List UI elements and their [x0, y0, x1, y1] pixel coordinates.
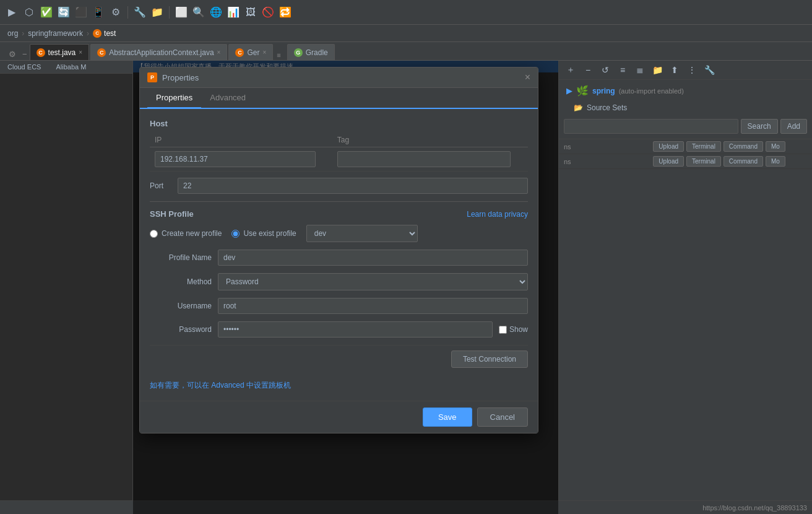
- more-btn-2[interactable]: Mo: [766, 156, 785, 167]
- tab-ger[interactable]: C Ger ×: [228, 44, 273, 60]
- add-button[interactable]: Add: [780, 119, 807, 134]
- profile-name-input[interactable]: [218, 250, 528, 266]
- source-sets-folder-icon: 📂: [574, 103, 583, 112]
- breadcrumb-item-spring[interactable]: springframework: [28, 29, 83, 38]
- left-tab-alibaba[interactable]: Alibaba M: [48, 61, 93, 73]
- show-password-label[interactable]: Show: [499, 325, 528, 334]
- refresh2-icon[interactable]: ↺: [598, 63, 612, 77]
- left-tabs: Cloud ECS Alibaba M: [0, 61, 132, 74]
- tab-gradle[interactable]: G Gradle: [287, 44, 335, 60]
- collapse-icon[interactable]: ≣: [633, 63, 647, 77]
- search-area: Search Add: [559, 114, 812, 139]
- modal-close-button[interactable]: ×: [525, 72, 530, 82]
- upload-btn-2[interactable]: Upload: [653, 156, 684, 167]
- command-btn-2[interactable]: Command: [723, 156, 763, 167]
- server-row-2: ns Upload Terminal Command Mo: [559, 154, 812, 169]
- more-icon[interactable]: ⋮: [685, 63, 699, 77]
- command-btn-1[interactable]: Command: [723, 141, 763, 152]
- create-profile-radio[interactable]: [150, 230, 158, 238]
- left-tab-cloud-ecs[interactable]: Cloud ECS: [0, 61, 48, 73]
- left-panel: Cloud ECS Alibaba M: [0, 61, 133, 514]
- search-glass-icon[interactable]: 🔍: [192, 6, 205, 19]
- stop-icon[interactable]: ⬛: [74, 6, 88, 19]
- profile-select[interactable]: dev prod staging: [306, 225, 418, 242]
- tag-input[interactable]: [337, 151, 511, 167]
- block-icon[interactable]: 🚫: [261, 6, 275, 19]
- main-toolbar: ▶ ⬡ ✅ 🔄 ⬛ 📱 ⚙ 🔧 📁 ⬜ 🔍 🌐 📊 🖼 🚫 🔁: [0, 0, 812, 25]
- server-label-2: ns: [564, 158, 650, 165]
- build-icon[interactable]: ⬡: [22, 6, 36, 19]
- test-connection-button[interactable]: Test Connection: [451, 351, 528, 368]
- ip-row: [150, 147, 528, 172]
- modal-body: Host IP Tag: [140, 109, 538, 401]
- tab-close-test[interactable]: ×: [79, 49, 82, 56]
- center-area: 【我得告小姐姐国家直播，于死于教你开发和要提速 P Properties × P…: [133, 61, 558, 514]
- spring-arrow-icon[interactable]: ▶: [566, 86, 572, 95]
- jump-host-link[interactable]: 如有需要，可以在 Advanced 中设置跳板机: [150, 378, 528, 396]
- check-icon[interactable]: ✅: [40, 6, 53, 19]
- tab-close-abstract[interactable]: ×: [217, 49, 221, 56]
- minus-icon[interactable]: −: [581, 63, 595, 77]
- settings-icon[interactable]: ⚙: [109, 6, 123, 19]
- tab-test-java[interactable]: C test.java ×: [30, 44, 90, 60]
- breadcrumb-java-icon: C: [93, 29, 102, 38]
- username-input[interactable]: [218, 298, 528, 314]
- port-input[interactable]: [178, 178, 528, 194]
- profile-radio-group: Create new profile Use exist profile dev…: [150, 225, 528, 242]
- username-label: Username: [150, 302, 212, 310]
- breadcrumb-item-org[interactable]: org: [7, 29, 18, 38]
- port-row: Port: [150, 178, 528, 194]
- create-profile-option[interactable]: Create new profile: [150, 229, 222, 238]
- password-input[interactable]: [218, 321, 493, 338]
- search-button[interactable]: Search: [741, 119, 778, 134]
- wrench2-icon[interactable]: 🔧: [702, 63, 716, 77]
- image-icon[interactable]: 🖼: [244, 6, 257, 19]
- wrench-icon[interactable]: 🔧: [133, 6, 147, 19]
- expand-icon[interactable]: ≡: [616, 63, 629, 77]
- use-exist-radio[interactable]: [231, 230, 240, 238]
- device-icon[interactable]: 📱: [92, 6, 105, 19]
- breadcrumb-item-test[interactable]: C test: [93, 29, 116, 38]
- source-sets-item[interactable]: 📂 Source Sets: [559, 102, 812, 114]
- tab-abstract[interactable]: C AbstractApplicationContext.java ×: [90, 44, 227, 60]
- spring-label[interactable]: spring: [592, 87, 615, 95]
- method-select[interactable]: Password Key pair: [218, 273, 528, 290]
- modal-tab-properties[interactable]: Properties: [147, 88, 201, 109]
- link-icon[interactable]: ⬆: [668, 63, 681, 77]
- more-btn-1[interactable]: Mo: [766, 141, 785, 152]
- password-controls: Show: [218, 321, 528, 338]
- reload-icon[interactable]: 🔄: [57, 6, 71, 19]
- modal-icon: P: [147, 72, 157, 82]
- folder2-icon[interactable]: 📁: [650, 63, 664, 77]
- frame-icon[interactable]: ⬜: [175, 6, 188, 19]
- host-table: IP Tag: [150, 133, 528, 172]
- learn-privacy-link[interactable]: Learn data privacy: [467, 210, 528, 219]
- cancel-button[interactable]: Cancel: [477, 407, 528, 427]
- ssh-section: SSH Profile Learn data privacy Create ne…: [150, 201, 528, 338]
- terminal-btn-1[interactable]: Terminal: [686, 141, 721, 152]
- modal-title-bar: P Properties ×: [140, 68, 538, 88]
- modal-tab-advanced[interactable]: Advanced: [201, 88, 254, 108]
- use-exist-option[interactable]: Use exist profile: [231, 229, 296, 238]
- ssh-profile-label: SSH Profile: [150, 209, 194, 219]
- tab-minimize-icon[interactable]: −: [21, 50, 28, 60]
- upload-btn-1[interactable]: Upload: [653, 141, 684, 152]
- ip-input[interactable]: [155, 151, 316, 167]
- tab-settings-icon[interactable]: ⚙: [5, 50, 20, 60]
- refresh-icon[interactable]: 🔁: [279, 6, 292, 19]
- terminal-btn-2[interactable]: Terminal: [686, 156, 721, 167]
- gradle-header: ▶ 🌿 spring (auto-import enabled): [559, 80, 812, 102]
- app-icon[interactable]: 📊: [227, 6, 240, 19]
- server-label-1: ns: [564, 143, 650, 150]
- breadcrumb-sep-1: ›: [22, 29, 24, 38]
- folder-icon[interactable]: 📁: [150, 6, 164, 19]
- translate-icon[interactable]: 🌐: [209, 6, 223, 19]
- port-label: Port: [150, 181, 171, 190]
- show-password-checkbox[interactable]: [499, 326, 507, 334]
- more-tabs-icon[interactable]: ≡: [274, 51, 283, 60]
- search-input[interactable]: [564, 119, 738, 134]
- add-icon[interactable]: ＋: [564, 63, 577, 77]
- save-button[interactable]: Save: [423, 407, 472, 427]
- run-icon[interactable]: ▶: [5, 6, 19, 19]
- tab-close-ger[interactable]: ×: [262, 49, 266, 56]
